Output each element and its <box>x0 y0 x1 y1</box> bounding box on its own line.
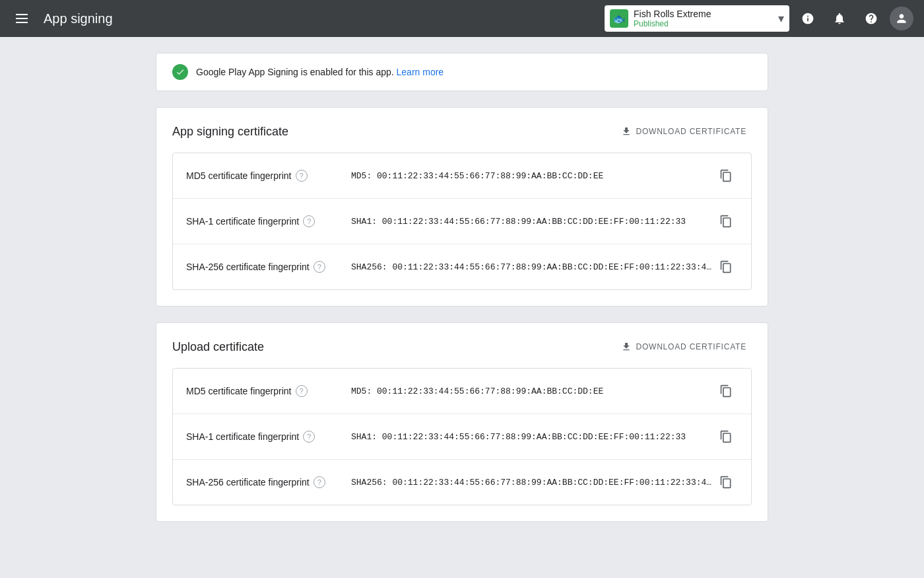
upload-cert-label-sha1: SHA-1 certificate fingerprint ? <box>186 431 351 443</box>
help-button[interactable] <box>858 5 884 32</box>
cert-value-md5: MD5: 00:11:22:33:44:55:66:77:88:99:AA:BB… <box>351 171 714 181</box>
cert-value-sha256: SHA256: 00:11:22:33:44:55:66:77:88:99:AA… <box>351 262 714 272</box>
cert-value-sha1: SHA1: 00:11:22:33:44:55:66:77:88:99:AA:B… <box>351 217 714 227</box>
table-row: MD5 certificate fingerprint ? MD5: 00:11… <box>173 369 751 414</box>
app-selector[interactable]: 🐟 Fish Rolls Extreme Published ▾ <box>605 5 789 32</box>
footer: © 2018 Google · Mobile App · Help · Site… <box>0 575 924 578</box>
table-row: SHA-1 certificate fingerprint ? SHA1: 00… <box>173 414 751 460</box>
upload-sha1-help-icon[interactable]: ? <box>303 431 315 443</box>
info-icon <box>801 12 814 25</box>
cert-label-md5: MD5 certificate fingerprint ? <box>186 170 351 182</box>
copy-md5-button[interactable] <box>714 164 738 188</box>
copy-icon <box>719 476 733 489</box>
copy-sha256-button[interactable] <box>714 255 738 279</box>
app-name: Fish Rolls Extreme <box>634 9 773 20</box>
upload-sha256-help-icon[interactable]: ? <box>314 476 325 488</box>
upload-cert-table: MD5 certificate fingerprint ? MD5: 00:11… <box>172 368 752 505</box>
avatar-icon <box>895 12 908 25</box>
app-signing-download-button[interactable]: DOWNLOAD CERTIFICATE <box>616 124 752 139</box>
sha1-help-icon[interactable]: ? <box>303 215 315 227</box>
upload-cert-value-sha256: SHA256: 00:11:22:33:44:55:66:77:88:99:AA… <box>351 478 714 488</box>
copy-sha1-button[interactable] <box>714 209 738 233</box>
upload-cert-value-sha1: SHA1: 00:11:22:33:44:55:66:77:88:99:AA:B… <box>351 432 714 442</box>
app-info: Fish Rolls Extreme Published <box>634 9 773 29</box>
upload-cert-value-md5: MD5: 00:11:22:33:44:55:66:77:88:99:AA:BB… <box>351 386 714 396</box>
sha256-help-icon[interactable]: ? <box>314 261 325 273</box>
app-signing-cert-header: App signing certificate DOWNLOAD CERTIFI… <box>172 124 752 139</box>
copy-icon <box>719 260 733 273</box>
upload-md5-help-icon[interactable]: ? <box>296 385 308 397</box>
help-icon <box>865 12 878 25</box>
upload-cert-label-sha256: SHA-256 certificate fingerprint ? <box>186 476 351 488</box>
app-signing-cert-title: App signing certificate <box>172 125 288 139</box>
copy-icon <box>719 169 733 182</box>
learn-more-link[interactable]: Learn more <box>397 67 444 77</box>
main-content: Google Play App Signing is enabled for t… <box>145 37 779 554</box>
header: App signing 🐟 Fish Rolls Extreme Publish… <box>0 0 924 37</box>
upload-copy-sha256-button[interactable] <box>714 470 738 494</box>
upload-cert-title: Upload certificate <box>172 340 264 354</box>
cert-label-sha1: SHA-1 certificate fingerprint ? <box>186 215 351 227</box>
upload-cert-section: Upload certificate DOWNLOAD CERTIFICATE … <box>156 322 768 522</box>
info-button[interactable] <box>795 5 821 32</box>
dropdown-arrow-icon: ▾ <box>778 11 784 26</box>
md5-help-icon[interactable]: ? <box>296 170 308 182</box>
status-text: Google Play App Signing is enabled for t… <box>196 67 444 77</box>
download-icon <box>621 126 632 137</box>
table-row: SHA-256 certificate fingerprint ? SHA256… <box>173 460 751 505</box>
page-title: App signing <box>44 11 594 26</box>
header-right: 🐟 Fish Rolls Extreme Published ▾ <box>605 5 913 32</box>
notification-icon <box>833 12 846 25</box>
app-icon: 🐟 <box>610 9 628 28</box>
copy-icon <box>719 384 733 398</box>
table-row: SHA-256 certificate fingerprint ? SHA256… <box>173 244 751 289</box>
app-signing-cert-section: App signing certificate DOWNLOAD CERTIFI… <box>156 107 768 307</box>
cert-label-sha256: SHA-256 certificate fingerprint ? <box>186 261 351 273</box>
upload-cert-download-button[interactable]: DOWNLOAD CERTIFICATE <box>616 339 752 355</box>
upload-cert-header: Upload certificate DOWNLOAD CERTIFICATE <box>172 339 752 355</box>
upload-cert-label-md5: MD5 certificate fingerprint ? <box>186 385 351 397</box>
copy-icon <box>719 430 733 443</box>
upload-copy-sha1-button[interactable] <box>714 425 738 449</box>
status-banner: Google Play App Signing is enabled for t… <box>156 53 768 91</box>
upload-copy-md5-button[interactable] <box>714 379 738 403</box>
table-row: SHA-1 certificate fingerprint ? SHA1: 00… <box>173 199 751 244</box>
notification-button[interactable] <box>826 5 853 32</box>
download-icon <box>621 342 632 352</box>
app-signing-cert-table: MD5 certificate fingerprint ? MD5: 00:11… <box>172 153 752 290</box>
table-row: MD5 certificate fingerprint ? MD5: 00:11… <box>173 153 751 199</box>
avatar-button[interactable] <box>890 7 913 30</box>
check-circle-icon <box>172 64 188 80</box>
menu-icon[interactable] <box>11 9 33 28</box>
app-status: Published <box>634 19 773 28</box>
copy-icon <box>719 215 733 228</box>
